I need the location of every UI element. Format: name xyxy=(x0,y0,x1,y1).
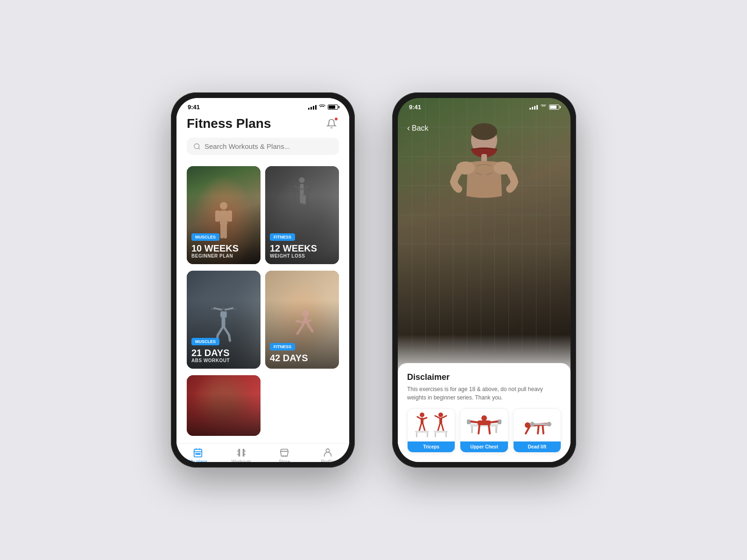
home-indicator-2 xyxy=(461,456,507,458)
triceps-figure xyxy=(413,411,450,439)
svg-rect-57 xyxy=(495,427,497,433)
svg-line-42 xyxy=(423,424,425,431)
phone2-content: 9:41 xyxy=(398,98,571,462)
search-icon xyxy=(193,143,201,150)
svg-line-65 xyxy=(479,425,479,434)
detail-section: Disclaimer This exercises is for age 18 … xyxy=(398,363,571,462)
svg-rect-72 xyxy=(532,423,549,425)
svg-line-69 xyxy=(538,424,539,434)
svg-point-46 xyxy=(438,413,443,417)
workout-card-1[interactable]: MUSCLES 10 WEEKS BEGINNER PLAN xyxy=(187,166,261,264)
svg-rect-43 xyxy=(415,431,429,433)
svg-rect-60 xyxy=(498,420,501,424)
svg-point-31 xyxy=(326,449,329,452)
back-button[interactable]: ‹ Back xyxy=(407,123,561,133)
card-tag-1: MUSCLES xyxy=(191,233,219,241)
svg-line-51 xyxy=(442,424,444,431)
svg-line-1 xyxy=(198,148,200,149)
svg-rect-52 xyxy=(434,431,448,433)
nav-label-my-plans: My plans xyxy=(189,459,207,462)
my-plans-icon xyxy=(193,448,203,458)
svg-point-37 xyxy=(420,413,424,417)
triceps-img xyxy=(408,409,455,441)
svg-rect-45 xyxy=(427,433,428,437)
phone-fitness-plans: 9:41 xyxy=(171,92,355,468)
exercise-card-upper-chest[interactable]: Upper Chest xyxy=(460,408,508,453)
exercise-label-upper-chest: Upper Chest xyxy=(460,441,507,452)
svg-line-63 xyxy=(471,421,478,422)
svg-rect-54 xyxy=(445,433,447,437)
page-title: Fitness Plans xyxy=(187,116,271,131)
store-icon xyxy=(279,448,289,458)
workouts-icon xyxy=(236,448,247,458)
workout-card-4[interactable]: FITNESS 42 DAYS xyxy=(265,271,339,369)
svg-line-50 xyxy=(438,424,440,431)
nav-store[interactable]: Store xyxy=(263,448,306,462)
phone-workout-detail: 9:41 xyxy=(392,92,576,468)
exercise-label-triceps: Triceps xyxy=(408,441,455,452)
workout-card-3[interactable]: MUSCLES 21 DAYS ABS WORKOUT xyxy=(187,271,261,369)
exercise-label-dead-lift: Dead lift xyxy=(514,441,561,452)
signal-icon xyxy=(308,105,317,110)
nav-my-plans[interactable]: My plans xyxy=(176,448,220,462)
notification-badge xyxy=(334,117,338,121)
svg-rect-59 xyxy=(467,420,471,424)
card-weeks-2: 12 WEEKS xyxy=(270,243,334,253)
svg-point-0 xyxy=(194,144,199,149)
svg-rect-28 xyxy=(199,454,200,455)
svg-point-74 xyxy=(547,422,551,427)
bottom-nav: My plans Workouts xyxy=(176,443,349,462)
disclaimer-text: This exercises is for age 18 & above, do… xyxy=(407,385,561,402)
nav-label-workouts: Workouts xyxy=(232,459,251,462)
time-1: 9:41 xyxy=(188,104,200,111)
svg-rect-53 xyxy=(435,433,436,437)
card-tag-3: MUSCLES xyxy=(191,338,219,345)
status-icons-2 xyxy=(529,104,559,111)
svg-line-66 xyxy=(489,425,490,434)
card-subtitle-2: WEIGHT LOSS xyxy=(270,253,334,259)
card-tag-2: FITNESS xyxy=(270,233,295,241)
phone1-header: Fitness Plans xyxy=(176,112,349,161)
signal-icon-2 xyxy=(529,105,538,110)
workout-card-2[interactable]: FITNESS 12 WEEKS WEIGHT LOSS xyxy=(265,166,339,264)
back-chevron-icon: ‹ xyxy=(407,123,410,133)
scene: 9:41 xyxy=(0,0,747,560)
card-tag-4: FITNESS xyxy=(270,343,295,350)
card-subtitle-3: ABS WORKOUT xyxy=(191,358,256,363)
svg-line-41 xyxy=(419,424,421,431)
wifi-icon-2 xyxy=(540,104,547,111)
battery-icon xyxy=(328,105,338,110)
svg-rect-44 xyxy=(416,433,417,437)
workout-card-5[interactable] xyxy=(187,375,261,436)
card-weeks-1: 10 WEEKS xyxy=(191,243,256,253)
nav-workouts[interactable]: Workouts xyxy=(220,448,263,462)
nav-label-store: Store xyxy=(279,459,290,462)
profile-icon xyxy=(323,448,333,458)
svg-rect-27 xyxy=(197,454,198,455)
upper-chest-img xyxy=(460,409,507,441)
nav-profile[interactable]: Profile xyxy=(306,448,350,462)
status-bar-2: 9:41 xyxy=(398,98,571,112)
back-label: Back xyxy=(412,124,429,133)
search-input[interactable] xyxy=(204,142,332,150)
phone1-content: Fitness Plans xyxy=(176,112,349,462)
status-icons-1 xyxy=(308,104,338,111)
bell-icon[interactable] xyxy=(324,116,339,131)
wifi-icon xyxy=(319,104,325,111)
exercise-card-dead-lift[interactable]: Dead lift xyxy=(513,408,561,453)
card-weeks-4: 42 DAYS xyxy=(270,353,334,363)
card-subtitle-1: BEGINNER PLAN xyxy=(191,253,256,259)
svg-point-73 xyxy=(530,422,535,427)
upper-chest-figure xyxy=(465,411,503,439)
svg-point-61 xyxy=(481,415,487,421)
svg-point-29 xyxy=(283,455,284,456)
disclaimer-title: Disclaimer xyxy=(407,372,561,382)
search-bar[interactable] xyxy=(187,138,339,155)
svg-rect-26 xyxy=(196,454,197,455)
svg-line-64 xyxy=(491,421,497,422)
nav-label-profile: Profile xyxy=(321,459,334,462)
svg-point-30 xyxy=(285,455,286,456)
svg-rect-56 xyxy=(471,427,473,433)
time-2: 9:41 xyxy=(409,104,421,111)
exercise-card-triceps[interactable]: Triceps xyxy=(407,408,455,453)
